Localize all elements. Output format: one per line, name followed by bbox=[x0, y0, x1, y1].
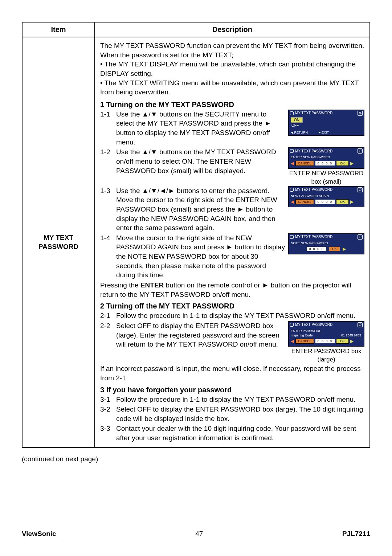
lock-icon bbox=[290, 188, 294, 192]
cancel-button: CANCEL bbox=[295, 339, 314, 344]
close-icon: ⊙ bbox=[358, 187, 363, 192]
step-1-4: 1-4 Move the cursor to the right side of… bbox=[100, 233, 285, 280]
enter-new-label: ENTER NEW PASSWORD bbox=[291, 155, 362, 159]
footer-page-number: 47 bbox=[195, 530, 203, 538]
dialog-title: MY TEXT PASSWORD bbox=[295, 234, 332, 240]
cancel-button: CANCEL bbox=[295, 199, 314, 204]
header-description: Description bbox=[95, 22, 370, 37]
intro-b1: • The MY TEXT DISPLAY menu will be unava… bbox=[100, 60, 364, 78]
dialog-enter-pw-large: MY TEXT PASSWORD⊙ ENTER PASSWORD Inquiri… bbox=[288, 321, 364, 347]
dialog-again: MY TEXT PASSWORD⊙ NEW PASSWORD AGAIN ◀CA… bbox=[288, 186, 364, 207]
arrow-left-icon: ◀ bbox=[291, 199, 294, 205]
intro-block: The MY TEXT PASSWORD function can preven… bbox=[100, 41, 364, 97]
close-icon: ⊙ bbox=[358, 322, 363, 327]
figure-onoff: MY TEXT PASSWORD⊗ ON OFF ◀:RETURN●:EXIT bbox=[288, 110, 364, 136]
return-hint: ◀:RETURN bbox=[291, 130, 308, 135]
step-3-3: 3-3 Contact your dealer with the 10 digi… bbox=[100, 424, 364, 442]
dialog-title: MY TEXT PASSWORD bbox=[295, 322, 332, 327]
step-2-2: 2-2 Select OFF to display the ENTER PASS… bbox=[100, 321, 285, 349]
step-3-1: 3-1 Follow the procedure in 1-1 to displ… bbox=[100, 395, 364, 404]
step-1-2: 1-2 Use the ▲/▼ buttons on the MY TEXT P… bbox=[100, 147, 285, 175]
option-off: OFF bbox=[291, 123, 362, 128]
step-1-3: 1-3 Use the ▲/▼/◄/► buttons to enter the… bbox=[100, 186, 285, 233]
password-digits: 0 0 0 0 bbox=[315, 339, 335, 343]
caption-enter-new: ENTER NEW PASSWORD box (small) bbox=[288, 169, 364, 186]
lock-icon bbox=[290, 149, 294, 153]
enter-bold: ENTER bbox=[140, 281, 164, 289]
lock-icon bbox=[290, 111, 294, 115]
caption-enter-pw-large: ENTER PASSWORD box (large) bbox=[288, 347, 364, 364]
password-digits: 0 0 0 0 bbox=[315, 161, 335, 165]
figure-enter-pw-large: MY TEXT PASSWORD⊙ ENTER PASSWORD Inquiri… bbox=[288, 321, 364, 364]
figure-again: MY TEXT PASSWORD⊙ NEW PASSWORD AGAIN ◀CA… bbox=[288, 186, 364, 208]
dialog-title: MY TEXT PASSWORD bbox=[295, 187, 332, 192]
footer-brand: ViewSonic bbox=[22, 530, 56, 538]
page-content: Item Description MY TEXT PASSWORD The MY… bbox=[0, 0, 392, 463]
dialog-onoff: MY TEXT PASSWORD⊗ ON OFF ◀:RETURN●:EXIT bbox=[288, 110, 364, 136]
close-icon: ⊙ bbox=[358, 234, 363, 240]
arrow-right-icon: ▶ bbox=[350, 160, 354, 166]
dialog-title: MY TEXT PASSWORD bbox=[295, 111, 332, 116]
section1-title: 1 Turning on the MY TEXT PASSWORD bbox=[100, 100, 364, 110]
step-2-1: 2-1 Follow the procedure in 1-1 to displ… bbox=[100, 311, 364, 320]
lock-icon bbox=[290, 323, 294, 327]
exit-hint: ●:EXIT bbox=[319, 130, 329, 135]
item-name-line2: PASSWORD bbox=[38, 243, 78, 250]
arrow-right-icon: ▶ bbox=[343, 246, 346, 252]
password-digits: 0 0 0 0 bbox=[315, 200, 335, 204]
step-3-2: 3-2 Select OFF to display the ENTER PASS… bbox=[100, 405, 364, 423]
cancel-button: CANCEL bbox=[295, 161, 314, 166]
item-name-cell: MY TEXT PASSWORD bbox=[22, 37, 95, 447]
dialog-title: MY TEXT PASSWORD bbox=[295, 149, 332, 154]
password-digits: 0 0 0 0 bbox=[307, 247, 326, 251]
continued-note: (continued on next page) bbox=[22, 455, 370, 463]
close-icon: ⊗ bbox=[358, 111, 363, 116]
intro-p1: The MY TEXT PASSWORD function can preven… bbox=[100, 41, 364, 60]
lock-icon bbox=[290, 235, 294, 239]
page-footer: ViewSonic 47 PJL7211 bbox=[22, 530, 370, 538]
manual-table: Item Description MY TEXT PASSWORD The MY… bbox=[22, 22, 370, 448]
header-item: Item bbox=[22, 22, 95, 37]
note-new-label: NOTE NEW PASSWORD bbox=[291, 241, 362, 245]
ok-button: OK bbox=[329, 247, 340, 251]
section1-closing: Pressing the ENTER button on the remote … bbox=[100, 281, 364, 299]
step-1-1: 1-1 Use the ▲/▼ buttons on the SECURITY … bbox=[100, 110, 285, 147]
section2-closing: If an incorrect password is input, the m… bbox=[100, 364, 364, 383]
ok-button: OK bbox=[336, 161, 349, 166]
section3-title: 3 If you have forgotten your password bbox=[100, 385, 364, 395]
figure-note: MY TEXT PASSWORD⊙ NOTE NEW PASSWORD 0 0 … bbox=[288, 233, 364, 255]
item-name-line1: MY TEXT bbox=[44, 234, 73, 241]
ok-button: OK bbox=[336, 199, 349, 204]
arrow-right-icon: ▶ bbox=[350, 199, 354, 205]
dialog-note: MY TEXT PASSWORD⊙ NOTE NEW PASSWORD 0 0 … bbox=[288, 233, 364, 254]
new-again-label: NEW PASSWORD AGAIN bbox=[291, 194, 362, 198]
arrow-right-icon: ▶ bbox=[350, 338, 354, 344]
ok-button: OK bbox=[336, 339, 349, 344]
arrow-left-icon: ◀ bbox=[291, 338, 294, 344]
section2-title: 2 Turning off the MY TEXT PASSWORD bbox=[100, 301, 364, 311]
description-cell: The MY TEXT PASSWORD function can preven… bbox=[95, 37, 370, 447]
option-on: ON bbox=[291, 117, 303, 123]
inquiry-label: Inquiring Code bbox=[291, 333, 313, 338]
inquiry-code: 01 2345 6789 bbox=[341, 333, 361, 338]
close-icon: ⊙ bbox=[358, 148, 363, 154]
arrow-left-icon: ◀ bbox=[291, 160, 294, 166]
intro-b2: • The MY TEXT WRITING menu will be unava… bbox=[100, 78, 364, 97]
enter-pw-label: ENTER PASSWORD bbox=[291, 329, 362, 333]
footer-model: PJL7211 bbox=[342, 530, 370, 538]
figure-enter-new: MY TEXT PASSWORD⊙ ENTER NEW PASSWORD ◀CA… bbox=[288, 147, 364, 186]
dialog-enter-new: MY TEXT PASSWORD⊙ ENTER NEW PASSWORD ◀CA… bbox=[288, 147, 364, 168]
